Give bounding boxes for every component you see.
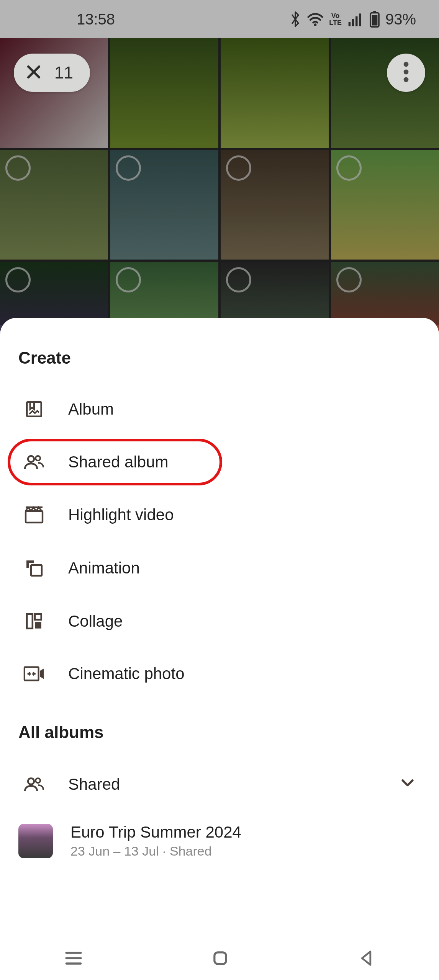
item-label: Cinematic photo [68, 665, 416, 683]
wifi-icon [307, 11, 324, 28]
close-icon[interactable] [25, 63, 43, 83]
create-item-shared-album[interactable]: Shared album [0, 436, 439, 488]
svg-rect-1 [349, 22, 351, 26]
create-item-album[interactable]: Album [0, 383, 439, 436]
create-header: Create [0, 341, 439, 383]
svg-rect-15 [31, 565, 42, 576]
shared-label: Shared [68, 775, 376, 794]
shared-album-icon [23, 452, 45, 472]
item-label: Animation [68, 559, 416, 577]
status-time: 13:58 [23, 11, 115, 28]
svg-rect-18 [35, 622, 41, 629]
status-bar: 13:58 Vo LTE 93% [0, 0, 439, 38]
item-label: Collage [68, 612, 416, 630]
svg-rect-6 [373, 11, 376, 13]
overflow-button[interactable] [387, 54, 425, 92]
svg-point-10 [404, 77, 409, 82]
svg-rect-16 [27, 614, 33, 629]
create-item-cinematic-photo[interactable]: Cinematic photo [0, 648, 439, 700]
item-label: Album [68, 400, 416, 418]
svg-rect-4 [359, 13, 361, 26]
create-item-highlight-video[interactable]: Highlight video [0, 488, 439, 541]
selection-pill: 11 [14, 54, 90, 92]
svg-rect-14 [26, 511, 43, 523]
svg-point-20 [28, 778, 34, 784]
volte-icon: Vo LTE [329, 12, 342, 26]
bluetooth-icon [289, 11, 301, 28]
people-icon [23, 775, 45, 794]
svg-rect-22 [215, 952, 226, 964]
svg-point-21 [36, 778, 40, 783]
battery-percent: 93% [385, 11, 416, 28]
album-icon [23, 400, 45, 419]
svg-rect-3 [355, 16, 358, 26]
selection-count: 11 [54, 63, 73, 82]
shared-filter-row[interactable]: Shared [0, 757, 439, 812]
svg-rect-7 [372, 15, 378, 26]
item-label: Highlight video [68, 506, 416, 524]
album-title: Euro Trip Summer 2024 [70, 823, 241, 841]
collage-icon [23, 612, 45, 631]
highlight-video-icon [23, 505, 45, 524]
svg-point-9 [404, 70, 409, 75]
album-row[interactable]: Euro Trip Summer 2024 23 Jun – 13 Jul · … [0, 812, 439, 870]
svg-point-13 [36, 456, 40, 461]
svg-rect-19 [25, 667, 39, 681]
item-label: Shared album [68, 453, 416, 471]
svg-point-0 [314, 23, 317, 26]
svg-point-12 [28, 456, 34, 462]
album-thumbnail [18, 824, 53, 858]
svg-point-8 [404, 62, 409, 67]
battery-icon [369, 11, 380, 28]
svg-rect-2 [352, 19, 354, 26]
bottom-sheet: Create Album Shared album Highlight vide… [0, 318, 439, 980]
animation-icon [23, 558, 45, 578]
back-button[interactable] [356, 948, 376, 970]
create-item-animation[interactable]: Animation [0, 541, 439, 595]
more-vert-icon [403, 61, 409, 84]
svg-rect-17 [35, 614, 41, 620]
status-icons: Vo LTE 93% [289, 11, 416, 28]
cinematic-photo-icon [23, 665, 45, 683]
album-subtitle: 23 Jun – 13 Jul · Shared [70, 844, 241, 859]
recents-button[interactable] [63, 947, 84, 970]
signal-icon [347, 11, 364, 28]
home-button[interactable] [210, 948, 230, 970]
all-albums-header: All albums [0, 700, 439, 757]
system-nav-bar [0, 938, 439, 980]
chevron-down-icon [399, 774, 416, 795]
create-item-collage[interactable]: Collage [0, 595, 439, 648]
